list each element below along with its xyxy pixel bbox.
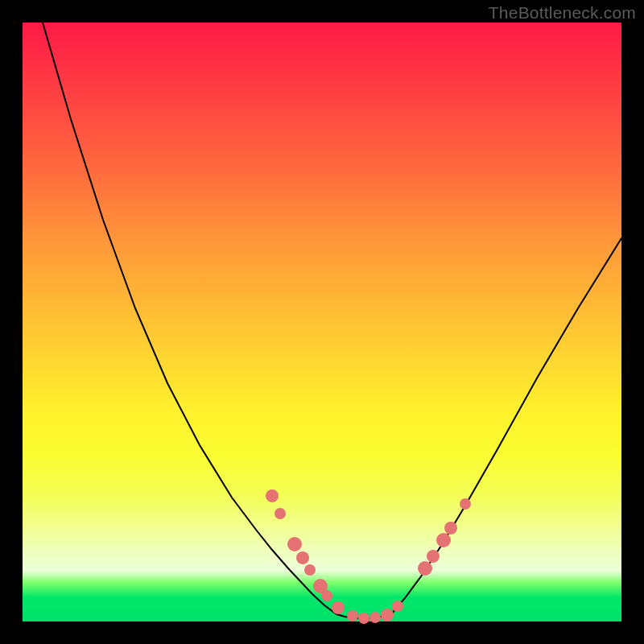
highlight-marker [369,612,381,623]
highlight-marker [296,551,309,564]
highlight-marker [436,533,451,547]
marker-group [266,489,471,624]
bottleneck-curve-plot [23,23,621,621]
highlight-marker [381,609,394,621]
highlight-marker [321,590,332,601]
highlight-marker [392,601,403,612]
highlight-marker [444,522,457,535]
highlight-marker [418,561,432,576]
curve-path [43,23,621,618]
highlight-marker [427,550,440,563]
watermark-text: TheBottleneck.com [489,3,636,23]
highlight-marker [347,610,358,621]
highlight-marker [266,489,279,502]
highlight-marker [304,564,316,576]
highlight-marker [287,537,302,551]
chart-frame [23,23,621,621]
highlight-marker [275,508,286,519]
highlight-marker [358,613,369,624]
highlight-marker [332,601,345,614]
highlight-marker [460,498,471,510]
